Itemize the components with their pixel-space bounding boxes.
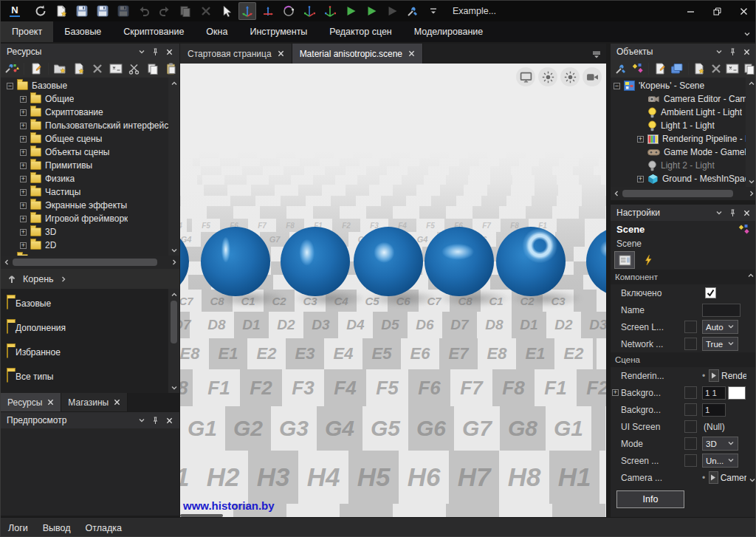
play-alt-button[interactable] (362, 2, 380, 20)
doc-star-button[interactable] (692, 60, 707, 78)
light-b-viewport-button[interactable] (560, 67, 580, 86)
scrollbar-thumb[interactable] (13, 259, 157, 266)
tab-close-icon[interactable] (47, 399, 54, 406)
dropdown[interactable]: Un... (702, 454, 738, 468)
light-a-viewport-button[interactable] (538, 67, 557, 86)
property-flag-box[interactable] (684, 437, 697, 450)
clone-stack-button[interactable] (670, 60, 684, 78)
color-value-box[interactable]: 1 1 (702, 386, 726, 400)
new-resource-button[interactable] (52, 2, 70, 20)
expand-expander-icon[interactable]: + (20, 176, 27, 182)
menu-overflow-chevron-icon[interactable] (743, 27, 751, 41)
panel-close-icon[interactable] (740, 46, 753, 58)
property-flag-box[interactable] (684, 321, 697, 333)
doc-tab-material-anisotropic[interactable]: Material anisotropic.scene (292, 44, 423, 64)
panel-close-icon[interactable] (740, 207, 753, 219)
objects-tree-item[interactable]: −'Корень' - Scene (611, 79, 746, 92)
scroll-up-icon[interactable] (168, 289, 179, 300)
expand-expander-icon[interactable]: + (20, 189, 27, 196)
statusbar-item-debug[interactable]: Отладка (86, 523, 122, 533)
folder-list-item[interactable]: Избранное (1, 340, 168, 364)
up-arrow-icon[interactable] (7, 274, 17, 284)
resources-tree-item[interactable]: +Объекты сцены (1, 146, 168, 159)
resources-tree-vscrollbar[interactable] (168, 78, 179, 256)
paste-button[interactable] (163, 60, 179, 78)
sphere[interactable] (201, 227, 270, 296)
menu-item-modeling[interactable]: Моделирование (403, 21, 495, 42)
redo-button[interactable] (156, 2, 173, 20)
menu-item-tools[interactable]: Инструменты (238, 21, 318, 42)
scroll-right-icon[interactable] (746, 188, 756, 199)
tools-button[interactable] (404, 2, 422, 20)
tab-resources[interactable]: Ресурсы (1, 393, 61, 411)
resize-grip[interactable] (180, 514, 223, 517)
sphere[interactable] (586, 227, 606, 296)
delete-button[interactable] (709, 60, 724, 78)
resources-tree-item[interactable]: +Частицы (1, 185, 168, 199)
resources-tree-item[interactable]: +Игровой фреймворк (1, 212, 168, 225)
checkbox[interactable] (705, 287, 716, 298)
panel-pin-icon[interactable] (726, 207, 739, 219)
breadcrumb-root[interactable]: Корень (23, 274, 54, 284)
resources-tree-item[interactable]: +3D (1, 225, 168, 239)
expand-expander-icon[interactable]: + (20, 96, 27, 103)
resources-tree-item[interactable]: +Примитивы (1, 159, 168, 172)
panel-chevron-down-icon[interactable] (135, 46, 148, 58)
menu-item-basic[interactable]: Базовые (53, 21, 112, 42)
transform-all-button[interactable] (321, 2, 339, 20)
save-button[interactable] (73, 2, 91, 20)
menu-item-windows[interactable]: Окна (195, 21, 238, 42)
resources-tree-item[interactable]: +Экранные эффекты (1, 199, 168, 212)
scroll-left-icon[interactable] (1, 256, 12, 267)
objects-tree-hscrollbar[interactable] (611, 187, 756, 200)
menu-item-project[interactable]: Проект (1, 21, 53, 42)
property-flag-box[interactable] (684, 386, 697, 399)
wrench-shapes-button[interactable] (4, 60, 20, 78)
scroll-down-icon[interactable] (746, 176, 756, 187)
objects-tree-item[interactable]: Light 1 - Light (611, 119, 746, 132)
property-flag-box[interactable] (684, 403, 697, 416)
property-flag-box[interactable] (684, 420, 697, 433)
properties-view-button[interactable] (615, 252, 634, 268)
sphere[interactable] (281, 227, 350, 296)
statusbar-item-output[interactable]: Вывод (43, 523, 71, 533)
new-doc-button[interactable] (28, 60, 44, 78)
undo-button[interactable] (135, 2, 153, 20)
folder-list-item[interactable]: Дополнения (1, 315, 168, 340)
doc-tab-start-page[interactable]: Стартовая страница (180, 44, 292, 64)
statusbar-item-logs[interactable]: Логи (8, 523, 28, 533)
resources-tree-item[interactable]: +Общие (1, 92, 168, 106)
resources-tree-item[interactable]: +Физика (1, 172, 168, 185)
scroll-up-icon[interactable] (746, 78, 756, 89)
expand-expander-icon[interactable]: + (20, 216, 27, 222)
panel-close-icon[interactable] (163, 46, 176, 58)
panel-pin-icon[interactable] (149, 414, 162, 427)
color-swatch[interactable] (728, 386, 746, 400)
expand-expander-icon[interactable]: + (20, 242, 27, 249)
scale-button[interactable] (300, 2, 318, 20)
expand-expander-icon[interactable]: + (20, 149, 27, 156)
objects-tree-item[interactable]: Camera Editor - Camera (611, 92, 746, 106)
sphere[interactable] (354, 227, 423, 296)
folder-star-button[interactable] (52, 60, 69, 78)
menu-item-scene-editor[interactable]: Редактор сцен (318, 21, 402, 42)
rotate-button[interactable] (259, 2, 277, 20)
expand-expander-icon[interactable]: + (20, 163, 27, 169)
scroll-down-icon[interactable] (749, 473, 756, 487)
ref-goto-button[interactable] (709, 369, 719, 382)
expand-expander-icon[interactable]: + (612, 389, 619, 396)
resources-tree-item[interactable]: −Базовые (1, 79, 168, 92)
expand-expander-icon[interactable]: + (637, 136, 644, 143)
close-button[interactable] (730, 1, 756, 21)
expand-expander-icon[interactable]: + (20, 229, 27, 236)
panel-pin-icon[interactable] (149, 46, 162, 58)
expand-expander-icon[interactable]: + (20, 202, 27, 209)
maximize-restore-button[interactable] (704, 1, 730, 21)
play-button[interactable] (342, 2, 360, 20)
resources-tree-item[interactable]: +Пользовательский интерфейс (1, 119, 168, 132)
tools-button[interactable] (614, 60, 628, 78)
resources-list-vscrollbar[interactable] (168, 289, 179, 393)
sphere[interactable] (496, 227, 566, 296)
objects-tree-item[interactable]: +Ground - MeshInSpace (611, 172, 746, 185)
sphere[interactable] (180, 227, 189, 296)
